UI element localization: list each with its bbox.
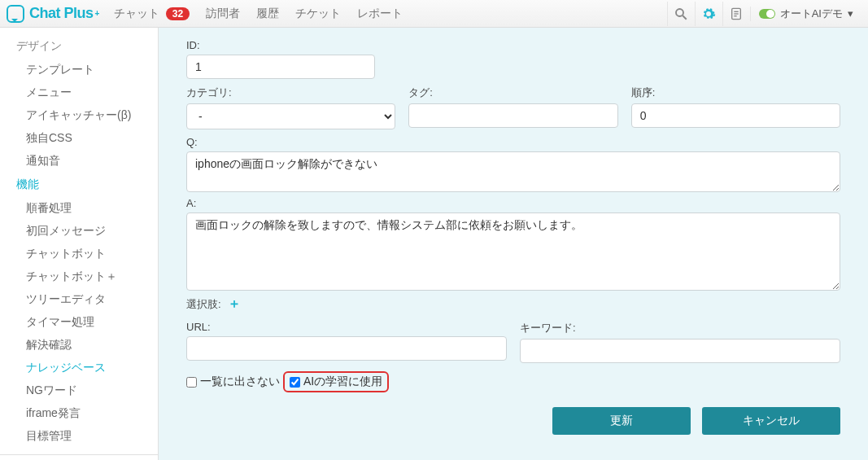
sidebar-item-eyecatcher[interactable]: アイキャッチャー(β) <box>0 104 158 127</box>
field-choices: 選択肢: ＋ <box>186 296 840 313</box>
keyword-label: キーワード: <box>520 321 840 335</box>
category-select[interactable]: - <box>186 103 395 129</box>
sidebar-item-firstmsg[interactable]: 初回メッセージ <box>0 220 158 243</box>
choices-label: 選択肢: <box>186 297 221 312</box>
sidebar-item-queue[interactable]: 順番処理 <box>0 197 158 220</box>
sidebar-item-iframe[interactable]: iframe発言 <box>0 402 158 425</box>
field-keyword: キーワード: <box>520 321 840 363</box>
ai-learning-highlight: AIの学習に使用 <box>283 371 389 392</box>
mode-toggle[interactable]: オートAIデモ ▾ <box>750 7 861 21</box>
keyword-input[interactable] <box>520 339 840 363</box>
svg-line-1 <box>683 15 687 20</box>
toggle-on-icon <box>759 9 775 19</box>
q-label: Q: <box>186 136 840 148</box>
gear-icon[interactable] <box>695 2 722 26</box>
order-input[interactable] <box>631 103 840 128</box>
nav-ticket[interactable]: チケット <box>295 7 341 21</box>
ai-checkbox-label: AIの学習に使用 <box>303 375 382 389</box>
sidebar-item-sound[interactable]: 通知音 <box>0 150 158 173</box>
ai-checkbox[interactable] <box>290 377 300 388</box>
field-order: 順序: <box>631 85 840 129</box>
id-input[interactable] <box>186 55 375 79</box>
document-icon[interactable] <box>722 2 750 26</box>
url-label: URL: <box>186 321 507 333</box>
svg-point-0 <box>676 9 683 16</box>
nav-visitors[interactable]: 訪問者 <box>206 7 240 21</box>
update-button[interactable]: 更新 <box>552 407 691 435</box>
field-tag: タグ: <box>408 85 617 129</box>
add-choice-button[interactable]: ＋ <box>228 296 241 313</box>
sidebar-item-chatbot[interactable]: チャットボット <box>0 243 158 265</box>
checkbox-row: 一覧に出さない AIの学習に使用 <box>186 371 840 392</box>
nav-chat-label: チャット <box>114 7 159 20</box>
topbar: Chat Plus+ チャット 32 訪問者 履歴 チケット レポート オートA… <box>0 0 868 28</box>
search-icon[interactable] <box>667 2 695 26</box>
sidebar-item-chatbotplus[interactable]: チャットボット＋ <box>0 265 158 288</box>
sidebar-item-goal[interactable]: 目標管理 <box>0 425 158 448</box>
field-url: URL: <box>186 321 507 363</box>
brand-sup: + <box>95 9 99 18</box>
sidebar-item-template[interactable]: テンプレート <box>0 59 158 81</box>
sidebar-item-resolve[interactable]: 解決確認 <box>0 334 158 357</box>
chat-count-badge: 32 <box>166 7 190 20</box>
nav-chat[interactable]: チャット 32 <box>114 7 190 21</box>
top-nav: チャット 32 訪問者 履歴 チケット レポート <box>114 7 403 21</box>
url-input[interactable] <box>186 336 507 361</box>
hide-checkbox-label: 一覧に出さない <box>200 375 280 389</box>
a-textarea[interactable]: 画面ロックの解除を致しますので、情報システム部に依頼をお願いします。 <box>186 212 840 291</box>
sidebar: デザイン テンプレート メニュー アイキャッチャー(β) 独自CSS 通知音 機… <box>0 28 159 460</box>
chat-logo-icon <box>7 5 24 23</box>
q-textarea[interactable]: iphoneの画面ロック解除ができない <box>186 151 840 192</box>
button-row: 更新 キャンセル <box>186 407 840 435</box>
brand-logo[interactable]: Chat Plus+ <box>7 5 99 23</box>
sidebar-item-menu[interactable]: メニュー <box>0 81 158 104</box>
sidebar-item-timer[interactable]: タイマー処理 <box>0 311 158 334</box>
brand-name: Chat Plus <box>29 5 94 22</box>
sidebar-item-knowledgebase[interactable]: ナレッジベース <box>0 357 158 379</box>
sidebar-head-design[interactable]: デザイン <box>0 36 158 59</box>
hide-checkbox[interactable] <box>186 377 197 388</box>
field-category: カテゴリ: - <box>186 85 395 129</box>
cancel-button[interactable]: キャンセル <box>702 407 840 435</box>
tag-label: タグ: <box>408 85 617 100</box>
field-id: ID: <box>186 39 840 79</box>
checkbox-ai-learning[interactable]: AIの学習に使用 <box>290 375 382 389</box>
mode-label: オートAIデモ <box>780 7 843 21</box>
sidebar-item-ngword[interactable]: NGワード <box>0 379 158 402</box>
category-label: カテゴリ: <box>186 85 395 100</box>
field-a: A: 画面ロックの解除を致しますので、情報システム部に依頼をお願いします。 <box>186 197 840 291</box>
order-label: 順序: <box>631 85 840 100</box>
sidebar-item-treeeditor[interactable]: ツリーエディタ <box>0 288 158 311</box>
tag-input[interactable] <box>408 103 617 128</box>
field-q: Q: iphoneの画面ロック解除ができない <box>186 136 840 192</box>
nav-history[interactable]: 履歴 <box>256 7 279 21</box>
a-label: A: <box>186 197 840 209</box>
sidebar-bottom-history[interactable]: 履歴 <box>0 454 158 460</box>
sidebar-item-customcss[interactable]: 独自CSS <box>0 127 158 150</box>
nav-report[interactable]: レポート <box>357 7 403 21</box>
sidebar-head-function[interactable]: 機能 <box>0 173 158 197</box>
topbar-right: オートAIデモ ▾ <box>667 2 861 26</box>
content-panel: ID: カテゴリ: - タグ: 順序: Q: iphoneの画面ロック解除ができ… <box>159 28 868 460</box>
chevron-down-icon: ▾ <box>848 7 853 20</box>
checkbox-hide-from-list[interactable]: 一覧に出さない <box>186 375 280 389</box>
id-label: ID: <box>186 39 840 51</box>
